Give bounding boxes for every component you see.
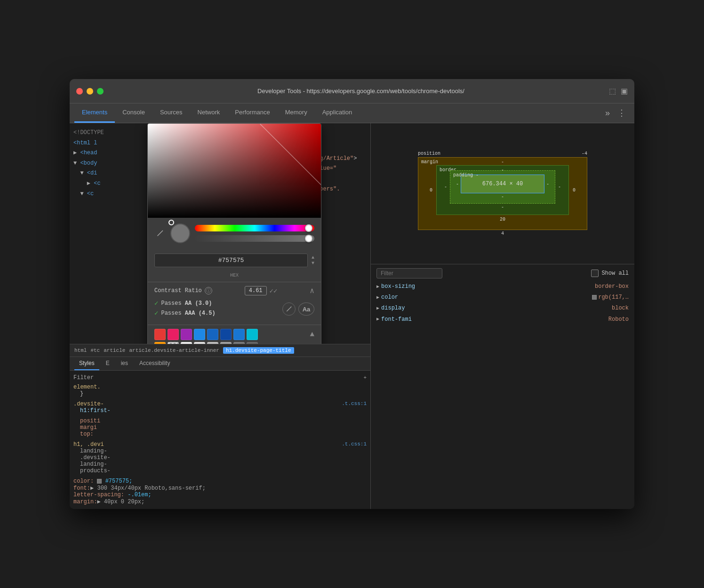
pass-aa-row: ✓ Passes AA (3.0) — [154, 299, 216, 307]
inspect-icon[interactable]: ⬚ — [609, 87, 616, 95]
swatches-down-arrow[interactable]: ▼ — [310, 343, 314, 344]
swatch-purple[interactable] — [181, 329, 192, 340]
swatch-blue1[interactable] — [194, 329, 205, 340]
titlebar-icons: ⬚ ▣ — [609, 87, 628, 95]
left-panel: <!DOCTYPE <html l ▶ <head ▼ <body ▼ <di … — [70, 123, 371, 509]
tab-application[interactable]: Application — [315, 103, 360, 123]
prop-expand-arrow[interactable]: ▶ — [376, 294, 379, 302]
breadcrumb-article1[interactable]: article — [104, 348, 125, 353]
computed-filter-input[interactable] — [376, 268, 442, 278]
dom-tree[interactable]: <!DOCTYPE <html l ▶ <head ▼ <body ▼ <di … — [70, 123, 370, 344]
prop-expand-arrow[interactable]: ▶ — [376, 305, 379, 312]
border-left-val: - — [441, 184, 450, 190]
show-all-row: Show all — [591, 270, 629, 277]
swatch-cyan[interactable] — [247, 329, 258, 340]
contrast-section: Contrast Ratio ⓘ 4.61 ✓✓ ∧ — [148, 282, 321, 325]
more-tabs-button[interactable]: » — [601, 103, 614, 123]
hex-down-arrow[interactable]: ▼ — [312, 261, 314, 266]
hue-slider[interactable] — [195, 225, 314, 231]
devtools-window: Developer Tools - https://developers.goo… — [70, 79, 634, 509]
style-prop-margin: margi — [80, 424, 97, 431]
style-file[interactable]: .t.css:1 — [342, 401, 367, 406]
swatch-gray1[interactable] — [181, 342, 192, 344]
padding-left-val: - — [454, 182, 461, 187]
breadcrumb-hash[interactable]: #tc — [90, 348, 100, 353]
swatches-up-arrow[interactable]: ▲ — [310, 330, 314, 339]
swatch-gray2[interactable] — [194, 342, 205, 344]
style-block-h1: h1, .devi .t.css:1 landing- .devsite- la… — [73, 441, 367, 474]
position-label: position — [418, 151, 440, 156]
hex-up-arrow[interactable]: ▲ — [312, 255, 314, 260]
style-file-h1[interactable]: .t.css:1 — [342, 441, 367, 447]
hex-input[interactable] — [154, 254, 308, 267]
color-gradient[interactable] — [148, 124, 321, 218]
computed-filter-row: Show all — [376, 268, 629, 278]
tab-memory[interactable]: Memory — [278, 103, 315, 123]
breadcrumb-html[interactable]: html — [74, 348, 87, 353]
swatch-gray6[interactable] — [247, 342, 258, 344]
contrast-info-button[interactable]: ⓘ — [205, 287, 212, 294]
swatch-gray5[interactable] — [233, 342, 245, 344]
prop-val-display: block — [612, 304, 629, 313]
swatch-red[interactable] — [154, 329, 166, 340]
contrast-collapse-button[interactable]: ∧ — [310, 286, 314, 295]
style-block-color: positi margi top: — [73, 418, 367, 437]
color-picker[interactable]: ▲ ▼ HEX Contrast Ratio ⓘ — [147, 123, 321, 344]
hue-thumb[interactable] — [305, 224, 312, 232]
pass-label-aa: Passes AA (3.0) — [161, 300, 212, 307]
style-prop-landing: landing- — [80, 448, 107, 454]
tab-styles[interactable]: Styles — [74, 357, 99, 370]
alpha-thumb[interactable] — [305, 235, 312, 242]
contrast-eyedropper-button[interactable] — [282, 302, 296, 316]
minimize-button[interactable] — [87, 88, 93, 95]
tab-event-listeners[interactable]: E — [101, 357, 114, 370]
style-prop: h1:first- — [80, 407, 111, 414]
tab-sources[interactable]: Sources — [152, 103, 190, 123]
picker-row1 — [154, 223, 314, 243]
show-all-label: Show all — [601, 270, 629, 277]
margin-top-val: - — [501, 159, 504, 165]
style-prop-devsite2: .devsite- — [80, 454, 111, 461]
contrast-aa-preview-button[interactable]: Aa — [298, 302, 314, 316]
hex-arrows: ▲ ▼ — [312, 255, 314, 266]
swatch-orange[interactable] — [154, 342, 166, 344]
prop-expand-arrow[interactable]: ▶ — [376, 316, 379, 323]
prop-expand-arrow[interactable]: ▶ — [376, 283, 379, 291]
tab-dom-breakpoints[interactable]: ies — [116, 357, 133, 370]
alpha-slider[interactable] — [195, 235, 314, 242]
svg-line-0 — [260, 124, 321, 185]
swatch-blue3[interactable] — [220, 329, 232, 340]
computed-prop-display: ▶ display block — [376, 304, 629, 313]
contrast-value: 4.61 ✓✓ — [245, 286, 278, 295]
tab-performance[interactable]: Performance — [227, 103, 277, 123]
style-block-devsite: .devsite- .t.css:1 h1:first- — [73, 401, 367, 414]
pass-aaa-row: ✓ Passes AAA (4.5) — [154, 309, 216, 317]
swatch-pink[interactable] — [168, 329, 179, 340]
close-button[interactable] — [76, 88, 83, 95]
swatch-gray4[interactable] — [220, 342, 232, 344]
swatches-section: ▲ ▼ — [148, 325, 321, 344]
eyedropper-button[interactable] — [154, 228, 166, 239]
tab-bar: Elements Console Sources Network Perform… — [70, 103, 634, 123]
breadcrumb-article2[interactable]: article.devsite-article-inner — [129, 348, 219, 353]
swatches-row-1: ▲ — [154, 329, 314, 340]
tab-network[interactable]: Network — [190, 103, 228, 123]
tab-console[interactable]: Console — [115, 103, 152, 123]
swatch-blue4[interactable] — [233, 329, 245, 340]
dock-icon[interactable]: ▣ — [621, 87, 628, 95]
devtools-menu-button[interactable]: ⋮ — [614, 103, 630, 123]
maximize-button[interactable] — [97, 88, 104, 95]
padding-bottom-val: - — [454, 194, 551, 199]
swatch-blue2[interactable] — [207, 329, 218, 340]
titlebar: Developer Tools - https://developers.goo… — [70, 79, 634, 103]
tab-elements[interactable]: Elements — [74, 103, 115, 123]
computed-prop-font-family: ▶ font-fami Roboto — [376, 315, 629, 324]
show-all-checkbox[interactable] — [591, 270, 599, 277]
swatch-transparent[interactable] — [168, 342, 179, 344]
margin-left-val: 0 — [426, 188, 436, 193]
tab-accessibility[interactable]: Accessibility — [135, 357, 175, 370]
breadcrumb-h1[interactable]: h1.devsite-page-title — [223, 347, 294, 354]
hex-container: ▲ ▼ — [148, 254, 321, 267]
swatch-gray3[interactable] — [207, 342, 218, 344]
computed-color: color: #757575; font:▶ 300 34px/40px Rob… — [73, 478, 367, 505]
